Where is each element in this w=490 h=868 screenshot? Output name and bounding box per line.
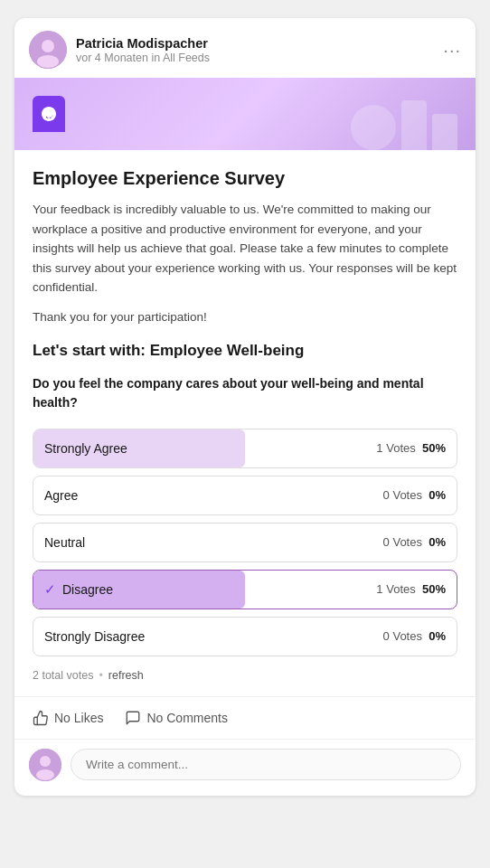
survey-title: Employee Experience Survey <box>33 168 457 189</box>
svg-rect-5 <box>47 111 49 118</box>
post-header: Patricia Modispacher vor 4 Monaten in Al… <box>14 18 476 78</box>
like-icon <box>33 710 49 726</box>
survey-description: Your feedback is incredibly valuable to … <box>33 200 457 297</box>
banner-icon <box>33 96 65 132</box>
option-stats-agree: 0 Votes 0% <box>383 488 446 502</box>
post-card: Patricia Modispacher vor 4 Monaten in Al… <box>14 18 476 796</box>
survey-thanks: Thank you for your participation! <box>33 310 457 324</box>
svg-point-8 <box>40 756 51 767</box>
poll-option-strongly-disagree[interactable]: Strongly Disagree 0 Votes 0% <box>33 617 457 656</box>
option-label-disagree: ✓ Disagree <box>44 581 113 598</box>
more-button[interactable]: ··· <box>443 41 461 59</box>
poll-option-strongly-agree[interactable]: Strongly Agree 1 Votes 50% <box>33 429 457 468</box>
banner-bar1 <box>401 100 427 150</box>
comment-button[interactable]: No Comments <box>125 706 227 730</box>
post-author-info: Patricia Modispacher vor 4 Monaten in Al… <box>76 36 210 64</box>
poll-option-inner: ✓ Disagree 1 Votes 50% <box>33 581 457 598</box>
refresh-link[interactable]: refresh <box>108 669 144 682</box>
check-icon: ✓ <box>44 581 56 598</box>
poll-option-inner: Strongly Disagree 0 Votes 0% <box>33 629 457 644</box>
poll-footer: 2 total votes • refresh <box>33 669 457 682</box>
banner-bar2 <box>432 114 457 150</box>
option-stats-neutral: 0 Votes 0% <box>383 535 446 549</box>
poll-option-inner: Strongly Agree 1 Votes 50% <box>33 441 457 456</box>
post-header-left: Patricia Modispacher vor 4 Monaten in Al… <box>29 31 210 69</box>
survey-body: Employee Experience Survey Your feedback… <box>14 150 476 696</box>
svg-point-9 <box>36 769 54 780</box>
banner-circle <box>351 105 396 150</box>
option-label-strongly-disagree: Strongly Disagree <box>44 629 145 644</box>
comment-icon <box>125 710 141 726</box>
poll-option-disagree[interactable]: ✓ Disagree 1 Votes 50% <box>33 570 457 609</box>
svg-point-1 <box>42 40 54 52</box>
poll-option-inner: Neutral 0 Votes 0% <box>33 535 457 550</box>
separator: • <box>99 669 102 682</box>
poll-options: Strongly Agree 1 Votes 50% Agree 0 Votes… <box>33 429 457 656</box>
option-label-agree: Agree <box>44 488 78 503</box>
svg-rect-6 <box>50 110 52 118</box>
like-button[interactable]: No Likes <box>33 706 103 730</box>
comment-input[interactable] <box>71 749 461 780</box>
poll-option-neutral[interactable]: Neutral 0 Votes 0% <box>33 523 457 562</box>
avatar <box>29 31 67 69</box>
question-text: Do you feel the company cares about your… <box>33 374 457 412</box>
option-label-strongly-agree: Strongly Agree <box>44 441 127 456</box>
option-label-neutral: Neutral <box>44 535 85 550</box>
option-stats-disagree: 1 Votes 50% <box>376 582 446 596</box>
post-actions: No Likes No Comments <box>14 696 476 739</box>
banner-decorations <box>351 100 457 150</box>
svg-rect-4 <box>44 108 46 118</box>
comment-area <box>14 739 476 796</box>
poll-option-inner: Agree 0 Votes 0% <box>33 488 457 503</box>
option-stats-strongly-agree: 1 Votes 50% <box>376 441 446 455</box>
commenter-avatar <box>29 749 61 781</box>
svg-point-2 <box>37 55 59 68</box>
comment-label: No Comments <box>146 711 227 725</box>
like-label: No Likes <box>54 711 103 725</box>
post-meta: vor 4 Monaten in All Feeds <box>76 52 210 64</box>
poll-option-agree[interactable]: Agree 0 Votes 0% <box>33 476 457 515</box>
total-votes: 2 total votes <box>33 669 93 682</box>
section-title: Let's start with: Employee Well-being <box>33 342 457 360</box>
survey-banner <box>14 78 476 150</box>
author-name: Patricia Modispacher <box>76 36 210 51</box>
option-stats-strongly-disagree: 0 Votes 0% <box>383 629 446 643</box>
